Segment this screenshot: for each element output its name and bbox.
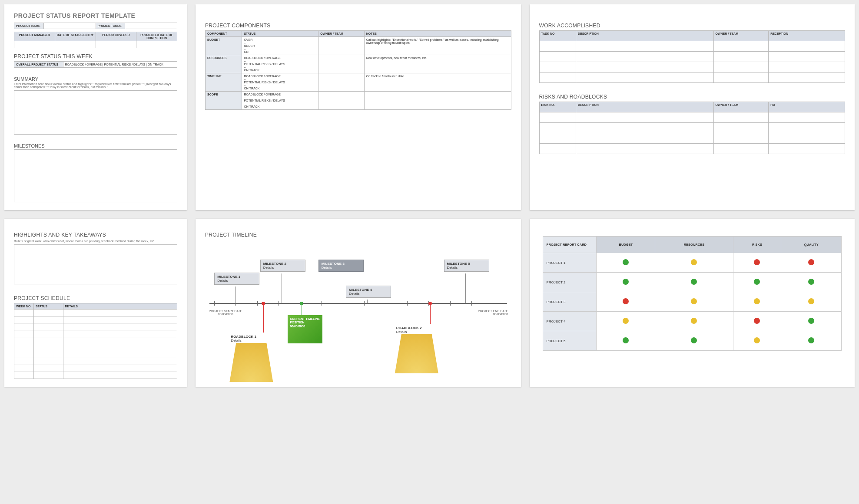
status-dot: [754, 279, 760, 285]
status-dot: [691, 298, 697, 304]
report-card-row: PROJECT 1: [543, 253, 842, 273]
schedule-table: WEEK NO.STATUSDETAILS: [14, 303, 177, 379]
components-page: PROJECT COMPONENTS COMPONENT STATUS OWNE…: [196, 4, 521, 210]
status-dot: [691, 259, 697, 265]
timeline-title: PROJECT TIMELINE: [205, 232, 511, 238]
timeline-page: PROJECT TIMELINE MILESTONE 1Details MILE…: [196, 219, 521, 387]
page-title: PROJECT STATUS REPORT TEMPLATE: [14, 12, 177, 19]
report-card-page: PROJECT REPORT CARD BUDGET RESOURCES RIS…: [530, 219, 855, 387]
status-dot: [691, 337, 697, 343]
status-dot: [808, 318, 814, 324]
milestone-4: MILESTONE 4Details: [346, 286, 391, 298]
risks-title: RISKS AND ROADBLOCKS: [539, 94, 846, 100]
status-report-page: PROJECT STATUS REPORT TEMPLATE PROJECT N…: [4, 4, 187, 210]
component-row: RESOURCESROADBLOCK / OVERAGE – POTENTIAL…: [206, 55, 511, 73]
schedule-title: PROJECT SCHEDULE: [14, 295, 177, 301]
status-dot: [808, 337, 814, 343]
project-meta-table: PROJECT MANAGER DATE OF STATUS ENTRY PER…: [14, 32, 177, 48]
work-table: TASK NO.DESCRIPTIONOWNER / TEAMRECEPTION: [539, 30, 846, 83]
work-page: WORK ACCOMPLISHED TASK NO.DESCRIPTIONOWN…: [530, 4, 855, 210]
milestones-title: MILESTONES: [14, 143, 177, 148]
status-dot: [754, 298, 760, 304]
overall-status-table: OVERALL PROJECT STATUSROADBLOCK / OVERAG…: [14, 61, 177, 68]
risks-table: RISK NO.DESCRIPTIONOWNER / TEAMFIX: [539, 102, 846, 154]
report-card-table: PROJECT REPORT CARD BUDGET RESOURCES RIS…: [543, 236, 842, 351]
project-id-table: PROJECT NAMEPROJECT CODE: [14, 23, 177, 29]
status-dot: [623, 298, 629, 304]
summary-title: SUMMARY: [14, 76, 177, 82]
highlights-box[interactable]: [14, 244, 177, 284]
components-title: PROJECT COMPONENTS: [205, 23, 511, 29]
component-row: BUDGETOVER – UNDER – ONCall out highligh…: [206, 37, 511, 55]
status-dot: [623, 318, 629, 324]
timeline-diagram: MILESTONE 1Details MILESTONE 2Details MI…: [205, 247, 511, 368]
end-cap: PROJECT END DATE00/00/0000: [473, 310, 508, 316]
summary-box[interactable]: [14, 90, 177, 135]
roadblock-2-label: ROADBLOCK 2Details: [395, 325, 423, 335]
work-title: WORK ACCOMPLISHED: [539, 23, 846, 29]
roadblock-1-label: ROADBLOCK 1Details: [229, 333, 258, 344]
report-card-row: PROJECT 4: [543, 312, 842, 331]
milestones-box[interactable]: [14, 149, 177, 202]
highlights-hint: Bullets of great work, who owns what, wh…: [14, 240, 177, 243]
highlights-title: HIGHLIGHTS AND KEY TAKEAWAYS: [14, 232, 177, 238]
milestone-1: MILESTONE 1Details: [214, 273, 259, 285]
summary-hint: Enter information here about overall sta…: [14, 82, 177, 89]
highlights-page: HIGHLIGHTS AND KEY TAKEAWAYS Bullets of …: [4, 219, 187, 387]
status-dot: [754, 259, 760, 265]
roadblock-1-shape: [229, 343, 273, 382]
status-dot: [623, 259, 629, 265]
roadblock-2-shape: [395, 334, 438, 373]
status-dot: [691, 318, 697, 324]
component-row: SCOPEROADBLOCK / OVERAGE – POTENTIAL RIS…: [206, 92, 511, 110]
component-row: TIMELINEROADBLOCK / OVERAGE – POTENTIAL …: [206, 73, 511, 92]
milestone-5: MILESTONE 5Details: [444, 260, 489, 272]
status-dot: [754, 318, 760, 324]
status-dot: [808, 279, 814, 285]
milestone-3: MILESTONE 3Details: [318, 260, 364, 272]
report-card-row: PROJECT 5: [543, 331, 842, 351]
current-position: CURRENT TIMELINE POSITION 00/00/0000: [288, 315, 322, 343]
status-dot: [808, 259, 814, 265]
status-dot: [623, 337, 629, 343]
milestone-2: MILESTONE 2Details: [260, 260, 305, 272]
start-cap: PROJECT START DATE00/00/0000: [208, 310, 243, 316]
status-dot: [754, 337, 760, 343]
status-week-title: PROJECT STATUS THIS WEEK: [14, 53, 177, 59]
status-dot: [691, 279, 697, 285]
status-dot: [808, 298, 814, 304]
status-dot: [623, 279, 629, 285]
components-table: COMPONENT STATUS OWNER / TEAM NOTES BUDG…: [205, 30, 511, 110]
report-card-row: PROJECT 3: [543, 292, 842, 312]
report-card-row: PROJECT 2: [543, 273, 842, 292]
